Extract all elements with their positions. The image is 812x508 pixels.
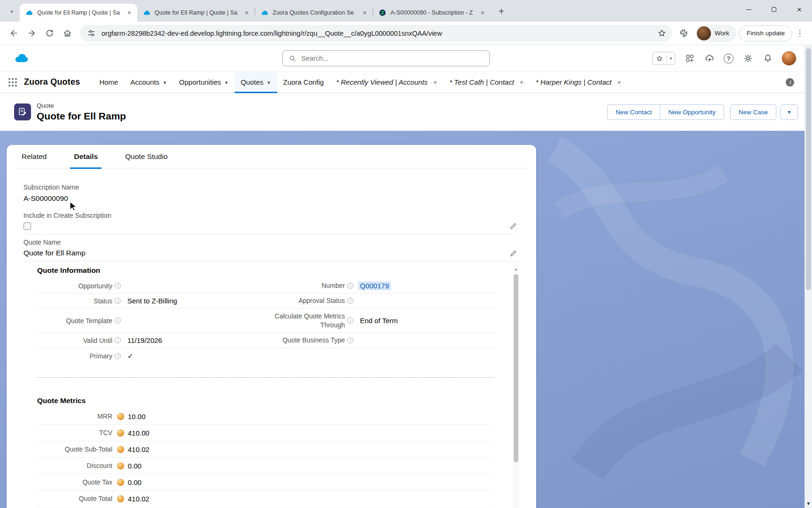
nav-item-quotes[interactable]: Quotes ▼ <box>234 71 277 93</box>
app-name: Zuora Quotes <box>24 77 80 87</box>
help-question-icon[interactable]: ? <box>724 54 734 64</box>
quote-name-row: Quote for Ell Ramp <box>23 249 517 262</box>
include-checkbox[interactable] <box>23 222 31 230</box>
include-in-create-subscription-label: Include in Create Subscription <box>23 212 517 219</box>
global-search-box[interactable] <box>282 50 490 66</box>
chevron-down-icon[interactable]: ▼ <box>267 80 271 85</box>
refresh-icon[interactable] <box>40 24 58 42</box>
search-input[interactable] <box>301 55 484 62</box>
salesforce-logo-icon[interactable] <box>10 50 32 65</box>
window-close-button[interactable]: × <box>787 0 812 19</box>
tab-details[interactable]: Details <box>74 145 98 168</box>
bookmark-star-icon[interactable] <box>655 26 669 40</box>
metric-label: Discount <box>37 462 112 469</box>
favorites-chevron-icon[interactable]: ▾ <box>670 56 672 61</box>
quote-information-title: Quote Information <box>37 266 517 275</box>
page-scrollbar[interactable]: ▼ <box>804 45 812 508</box>
subscription-name-value: A-S00000090 <box>23 194 517 203</box>
tab-close-icon[interactable]: × <box>360 8 369 17</box>
new-contact-button[interactable]: New Contact <box>607 104 660 120</box>
scrollbar-down-arrow-icon[interactable]: ▼ <box>805 501 812 506</box>
help-info-icon[interactable]: i <box>347 283 353 289</box>
nav-item-home[interactable]: Home <box>93 71 124 93</box>
nav-tab-close-icon[interactable]: × <box>520 79 523 86</box>
help-info-icon[interactable]: i <box>115 337 121 343</box>
salesforce-favicon-icon <box>143 9 150 16</box>
back-icon[interactable] <box>5 24 23 42</box>
tab-list-chevron-icon[interactable]: ▾ <box>5 4 19 18</box>
nav-item-recently-viewed-accounts[interactable]: * Recently Viewed | Accounts × <box>330 71 443 93</box>
nav-item-accounts[interactable]: Accounts ▼ <box>124 71 173 93</box>
nav-tab-close-icon[interactable]: × <box>617 79 621 86</box>
header-icon-cluster: ▾ ? <box>652 45 796 71</box>
new-tab-button[interactable]: + <box>494 4 508 18</box>
field-label: Calculate Quote Metrics Through <box>258 312 345 330</box>
more-actions-chevron-button[interactable]: ▼ <box>781 104 798 120</box>
new-opportunity-button[interactable]: New Opportunity <box>660 104 724 120</box>
favorites-control[interactable]: ▾ <box>652 52 675 65</box>
site-settings-icon[interactable] <box>86 28 96 38</box>
field-value: 11/19/2026 <box>127 336 162 344</box>
help-info-icon[interactable]: i <box>347 337 353 343</box>
help-info-icon[interactable]: i <box>347 298 353 304</box>
browser-tab-2[interactable]: Quote for Ell Ramp | Quote | Sa × <box>137 4 255 22</box>
quote-entity-icon <box>14 103 31 120</box>
help-info-icon[interactable]: i <box>115 318 121 324</box>
nav-item-label: Zuora Config <box>283 78 324 86</box>
chevron-down-icon[interactable]: ▼ <box>224 80 228 85</box>
field-label: Valid Until <box>37 337 112 344</box>
user-avatar[interactable] <box>782 51 796 65</box>
detail-panel-scrollbar[interactable]: ▲ <box>513 266 519 508</box>
nav-item-label: Opportunities <box>179 78 221 86</box>
nav-item-label: Home <box>99 78 118 86</box>
tab-close-icon[interactable]: × <box>478 8 487 17</box>
currency-coin-icon <box>117 446 124 453</box>
window-minimize-button[interactable] <box>736 0 761 19</box>
scrollbar-up-arrow-icon[interactable]: ▲ <box>513 266 519 273</box>
quote-number-link[interactable]: Q000179 <box>358 281 391 290</box>
window-maximize-button[interactable] <box>761 0 787 19</box>
app-launcher-waffle-icon[interactable] <box>8 78 17 87</box>
metric-label: TCV <box>37 429 112 437</box>
nav-item-zuora-config[interactable]: Zuora Config <box>277 71 330 93</box>
tab-related[interactable]: Related <box>22 145 47 168</box>
help-info-icon[interactable]: i <box>115 298 121 304</box>
chevron-down-icon[interactable]: ▼ <box>163 80 167 85</box>
help-info-icon[interactable]: i <box>347 318 353 324</box>
tab-close-icon[interactable]: × <box>125 8 133 17</box>
edit-pencil-icon[interactable] <box>509 249 517 257</box>
browser-tab-3[interactable]: Zuora Quotes Configuration Se × <box>255 4 373 22</box>
browser-tab-1[interactable]: Quote for Ell Ramp | Quote | Sa × <box>20 4 137 22</box>
new-case-button[interactable]: New Case <box>730 104 776 120</box>
global-actions-icon[interactable] <box>684 53 695 64</box>
finish-update-label: Finish update <box>747 30 785 37</box>
nav-tab-close-icon[interactable]: × <box>433 79 437 86</box>
home-icon[interactable] <box>58 24 76 42</box>
info-icon[interactable]: i <box>786 78 794 87</box>
scrollbar-thumb[interactable] <box>514 274 518 462</box>
metric-row: MRR 10.00 <box>37 408 494 425</box>
currency-coin-icon <box>117 495 124 502</box>
extensions-puzzle-icon[interactable] <box>676 25 693 42</box>
finish-update-button[interactable]: Finish update <box>739 25 792 41</box>
nav-item-harper-kings-contact[interactable]: * Harper Kings | Contact × <box>530 71 627 93</box>
browser-profile-chip[interactable]: Work <box>695 25 736 42</box>
nav-item-test-cath-contact[interactable]: * Test Cath | Contact × <box>443 71 530 93</box>
forward-icon[interactable] <box>23 24 40 42</box>
upload-cloud-icon[interactable] <box>704 53 715 64</box>
browser-tab-4[interactable]: A-S00000090 - Subscription - Z × <box>373 4 491 22</box>
notifications-bell-icon[interactable] <box>762 53 773 64</box>
help-info-icon[interactable]: i <box>115 353 121 359</box>
tab-close-icon[interactable]: × <box>242 8 251 17</box>
help-info-icon[interactable]: i <box>115 283 121 289</box>
edit-pencil-icon[interactable] <box>509 222 517 230</box>
tab-quote-studio[interactable]: Quote Studio <box>125 145 167 168</box>
metric-row: TCV 410.00 <box>37 425 494 441</box>
metric-label: Quote Total <box>37 495 112 502</box>
nav-item-opportunities[interactable]: Opportunities ▼ <box>173 71 234 93</box>
browser-menu-kebab-icon[interactable]: ⋮ <box>794 25 805 42</box>
setup-gear-icon[interactable] <box>742 53 753 64</box>
url-bar[interactable]: orgfarm-28298b2342-dev-ed.develop.lightn… <box>80 25 672 41</box>
scrollbar-thumb[interactable] <box>806 48 811 290</box>
field-label: Approval Status <box>258 296 345 305</box>
